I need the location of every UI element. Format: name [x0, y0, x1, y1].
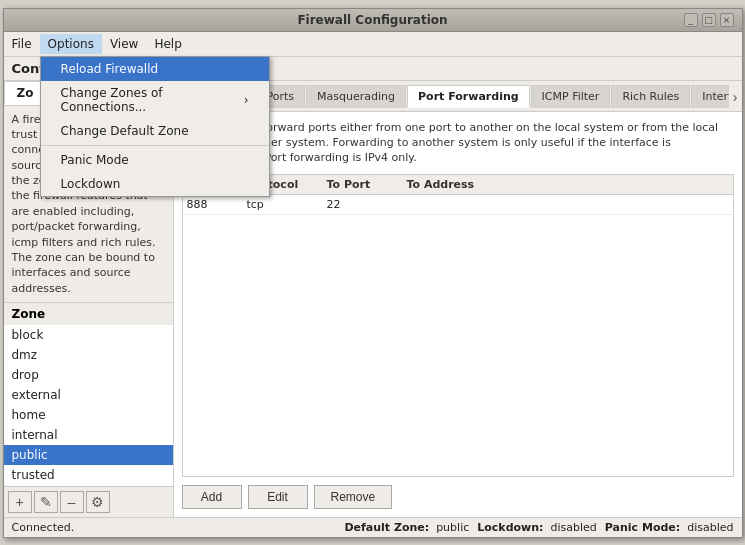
- zone-section-label: Zone: [4, 303, 173, 325]
- close-button[interactable]: ×: [720, 13, 734, 27]
- add-zone-button[interactable]: +: [8, 491, 32, 513]
- table-row[interactable]: 888 tcp 22: [183, 195, 733, 215]
- maximize-button[interactable]: □: [702, 13, 716, 27]
- minimize-button[interactable]: _: [684, 13, 698, 27]
- menu-change-default-zone[interactable]: Change Default Zone: [41, 119, 269, 143]
- options-dropdown-menu: Reload Firewalld Change Zones of Connect…: [40, 56, 270, 197]
- cell-to-port: 22: [327, 198, 407, 211]
- menubar: File Options Reload Firewalld Change Zon…: [4, 32, 742, 57]
- zone-settings-button[interactable]: ⚙: [86, 491, 110, 513]
- zone-item-home[interactable]: home: [4, 405, 173, 425]
- tab-icmp-filter[interactable]: ICMP Filter: [531, 85, 611, 108]
- menu-view[interactable]: View: [102, 34, 146, 54]
- col-header-to-port: To Port: [327, 178, 407, 191]
- tab-interfaces[interactable]: Interfaces: [691, 85, 729, 108]
- tab-rich-rules[interactable]: Rich Rules: [611, 85, 690, 108]
- col-header-to-address: To Address: [407, 178, 729, 191]
- zone-item-external[interactable]: external: [4, 385, 173, 405]
- status-bar: Connected. Default Zone: public Lockdown…: [4, 517, 742, 537]
- cell-port: 888: [187, 198, 247, 211]
- cell-protocol: tcp: [247, 198, 327, 211]
- menu-options[interactable]: Options Reload Firewalld Change Zones of…: [40, 34, 102, 54]
- window-controls: _ □ ×: [684, 13, 734, 27]
- zone-item-trusted[interactable]: trusted: [4, 465, 173, 485]
- status-right: Default Zone: public Lockdown: disabled …: [344, 521, 733, 534]
- tab-scroll-right-button[interactable]: ›: [729, 83, 742, 111]
- remove-button[interactable]: Remove: [314, 485, 393, 509]
- add-button[interactable]: Add: [182, 485, 242, 509]
- zone-item-dmz[interactable]: dmz: [4, 345, 173, 365]
- window-title: Firewall Configuration: [62, 13, 684, 27]
- menu-file[interactable]: File: [4, 34, 40, 54]
- title-bar: Firewall Configuration _ □ ×: [4, 9, 742, 32]
- zone-toolbar: + ✎ – ⚙: [4, 486, 173, 517]
- menu-panic-mode[interactable]: Panic Mode: [41, 148, 269, 172]
- menu-change-zones[interactable]: Change Zones of Connections... ›: [41, 81, 269, 119]
- default-zone-label: Default Zone: public: [344, 521, 469, 534]
- port-forwarding-table: Port Protocol To Port To Address 888 tcp…: [182, 174, 734, 477]
- edit-button[interactable]: Edit: [248, 485, 308, 509]
- zone-item-block[interactable]: block: [4, 325, 173, 345]
- cell-to-address: [407, 198, 729, 211]
- tab-port-forwarding[interactable]: Port Forwarding: [407, 85, 530, 108]
- connection-status: Connected.: [12, 521, 75, 534]
- lockdown-label: Lockdown: disabled: [477, 521, 597, 534]
- tab-masquerading[interactable]: Masquerading: [306, 85, 406, 108]
- submenu-arrow-icon: ›: [244, 93, 249, 107]
- menu-lockdown[interactable]: Lockdown: [41, 172, 269, 196]
- menu-separator: [41, 145, 269, 146]
- edit-zone-button[interactable]: ✎: [34, 491, 58, 513]
- tab-actions: Add Edit Remove: [182, 485, 734, 509]
- zone-item-internal[interactable]: internal: [4, 425, 173, 445]
- panic-mode-label: Panic Mode: disabled: [605, 521, 734, 534]
- remove-zone-button[interactable]: –: [60, 491, 84, 513]
- zone-item-drop[interactable]: drop: [4, 365, 173, 385]
- zone-item-public[interactable]: public: [4, 445, 173, 465]
- zone-list: block dmz drop external home internal pu…: [4, 325, 173, 485]
- menu-help[interactable]: Help: [146, 34, 189, 54]
- menu-reload-firewalld[interactable]: Reload Firewalld: [41, 57, 269, 81]
- main-window: Firewall Configuration _ □ × File Option…: [3, 8, 743, 538]
